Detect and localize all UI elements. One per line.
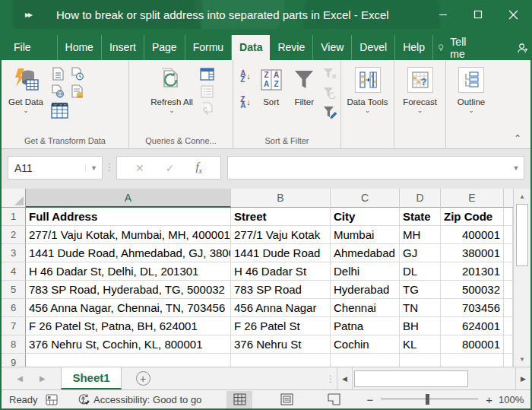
- tabs-scrollbar-divider[interactable]: ⋮: [325, 367, 337, 389]
- horizontal-scrollbar[interactable]: ◀ ▶: [337, 367, 530, 389]
- collapse-ribbon-button[interactable]: ⌃: [514, 133, 521, 144]
- column-header-a[interactable]: A: [26, 189, 231, 208]
- cell-partial[interactable]: [504, 281, 513, 299]
- tab-devel[interactable]: Devel: [352, 35, 395, 60]
- from-table-range-button[interactable]: [50, 101, 68, 119]
- existing-connections-button[interactable]: [70, 84, 85, 99]
- normal-view-button[interactable]: [226, 391, 252, 408]
- select-all-corner[interactable]: [2, 189, 26, 208]
- column-header-partial[interactable]: [504, 189, 513, 208]
- zoom-slider[interactable]: [381, 394, 478, 405]
- column-header-e[interactable]: E: [441, 189, 504, 208]
- sort-descending-button[interactable]: ZA↓: [238, 95, 253, 110]
- column-header-c[interactable]: C: [331, 189, 400, 208]
- vertical-scroll-track[interactable]: [514, 266, 530, 351]
- cell-C8[interactable]: Cochin: [331, 335, 400, 354]
- cell-A8[interactable]: 376 Nehru St, Cochin, KL, 800001: [26, 335, 231, 354]
- cell-C2[interactable]: Mumbai: [331, 226, 400, 244]
- tab-page[interactable]: Page: [144, 35, 185, 60]
- cell-E4[interactable]: 201301: [441, 262, 504, 281]
- cell-D1[interactable]: State: [400, 208, 441, 226]
- insert-function-icon[interactable]: fx: [195, 161, 202, 175]
- cell-B7[interactable]: F 26 Patel St: [231, 317, 331, 335]
- cell-partial[interactable]: [504, 208, 513, 226]
- cell-partial[interactable]: [504, 262, 513, 281]
- get-data-button[interactable]: Get Data ⌄: [5, 62, 47, 132]
- quick-access-toolbar-icon[interactable]: ▸▸: [2, 9, 55, 20]
- tab-help[interactable]: Help: [395, 35, 433, 60]
- cell-A4[interactable]: H 46 Dadar St, Delhi, DL, 201301: [26, 262, 231, 281]
- name-box[interactable]: A11 ▼: [8, 156, 103, 180]
- scroll-up-icon[interactable]: ▲: [514, 189, 530, 204]
- queries-connections-button[interactable]: [199, 66, 214, 81]
- new-sheet-button[interactable]: +: [122, 367, 164, 389]
- properties-button[interactable]: [199, 84, 214, 99]
- cell-D3[interactable]: GJ: [400, 244, 441, 262]
- zoom-out-button[interactable]: −: [366, 393, 373, 406]
- advanced-filter-button[interactable]: [322, 104, 337, 119]
- cell-partial[interactable]: [504, 354, 513, 367]
- minimize-button[interactable]: [426, 0, 461, 29]
- cell-B5[interactable]: 783 SP Road: [231, 281, 331, 299]
- tab-view[interactable]: View: [313, 35, 352, 60]
- page-break-preview-button[interactable]: [321, 391, 347, 408]
- cell-A3[interactable]: 1441 Dude Road, Ahmedabad, GJ, 380001: [26, 244, 231, 262]
- column-header-b[interactable]: B: [231, 189, 331, 208]
- tab-file[interactable]: File: [2, 35, 43, 60]
- row-header-2[interactable]: 2: [2, 226, 26, 244]
- clear-filter-button[interactable]: [322, 66, 337, 81]
- forecast-button[interactable]: ? Forecast ⌄: [397, 62, 442, 132]
- cancel-icon[interactable]: ✕: [135, 162, 144, 174]
- row-header-1[interactable]: 1: [2, 208, 26, 226]
- tab-revie[interactable]: Revie: [270, 35, 313, 60]
- reapply-filter-button[interactable]: [322, 85, 337, 100]
- cell-E1[interactable]: Zip Code: [441, 208, 504, 226]
- from-web-button[interactable]: [50, 84, 65, 99]
- share-button[interactable]: Share: [517, 42, 532, 54]
- next-sheet-icon[interactable]: ▶: [40, 374, 46, 383]
- cell-partial[interactable]: [504, 335, 513, 354]
- zoom-percentage[interactable]: 100%: [499, 394, 530, 405]
- cell-D9[interactable]: [400, 354, 441, 367]
- zoom-in-button[interactable]: +: [486, 393, 492, 406]
- cell-C6[interactable]: Chennai: [331, 299, 400, 317]
- cell-C7[interactable]: Patna: [331, 317, 400, 335]
- cell-partial[interactable]: [504, 244, 513, 262]
- row-header-9[interactable]: 9: [2, 354, 26, 367]
- outline-button[interactable]: Outline ⌄: [449, 62, 493, 132]
- prev-sheet-icon[interactable]: ◀: [17, 374, 23, 383]
- data-tools-button[interactable]: Data Tools ⌄: [344, 62, 391, 132]
- scroll-down-icon[interactable]: ▼: [514, 351, 530, 367]
- formula-input[interactable]: ▼: [227, 156, 524, 180]
- cell-partial[interactable]: [504, 317, 513, 335]
- row-header-7[interactable]: 7: [2, 317, 26, 335]
- cell-E8[interactable]: 800001: [441, 335, 504, 354]
- cell-partial[interactable]: [504, 299, 513, 317]
- cell-A5[interactable]: 783 SP Road, Hyderabad, TG, 500032: [26, 281, 231, 299]
- tab-data[interactable]: Data: [232, 35, 270, 60]
- horizontal-scroll-thumb[interactable]: [354, 370, 468, 387]
- cell-B8[interactable]: 376 Nehru St: [231, 335, 331, 354]
- cell-C9[interactable]: [331, 354, 400, 367]
- row-header-6[interactable]: 6: [2, 299, 26, 317]
- vertical-scroll-thumb[interactable]: [516, 204, 528, 266]
- cell-C3[interactable]: Ahmedabad: [331, 244, 400, 262]
- scroll-left-icon[interactable]: ◀: [337, 367, 353, 389]
- cell-partial[interactable]: [504, 226, 513, 244]
- filter-button[interactable]: Filter: [290, 62, 320, 132]
- cell-A6[interactable]: 456 Anna Nagar, Chennai, TN, 703456: [26, 299, 231, 317]
- cell-B6[interactable]: 456 Anna Nagar: [231, 299, 331, 317]
- zoom-slider-handle[interactable]: [426, 394, 429, 405]
- cell-A9[interactable]: [26, 354, 231, 367]
- cell-D8[interactable]: KL: [400, 335, 441, 354]
- cell-A7[interactable]: F 26 Patel St, Patna, BH, 624001: [26, 317, 231, 335]
- cell-C4[interactable]: Delhi: [331, 262, 400, 281]
- cell-A1[interactable]: Full Address: [26, 208, 231, 226]
- edit-links-button[interactable]: [199, 101, 214, 116]
- from-text-csv-button[interactable]: [50, 66, 65, 81]
- refresh-all-button[interactable]: Refresh All ⌄: [147, 62, 196, 132]
- scroll-right-icon[interactable]: ▶: [515, 367, 530, 389]
- maximize-button[interactable]: [461, 0, 496, 29]
- cell-E9[interactable]: [441, 354, 504, 367]
- vertical-scrollbar[interactable]: ▲ ▼: [513, 189, 530, 367]
